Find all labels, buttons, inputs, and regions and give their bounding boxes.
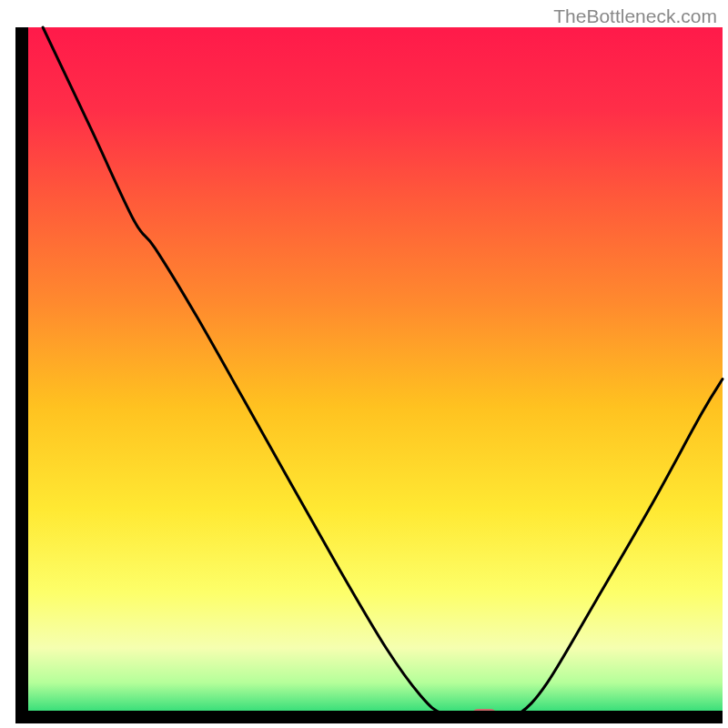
plot-area [15, 27, 723, 723]
chart-svg [0, 0, 728, 728]
gradient-background [22, 27, 723, 717]
watermark-text: TheBottleneck.com [553, 5, 717, 27]
bottleneck-chart: TheBottleneck.com [0, 0, 728, 728]
